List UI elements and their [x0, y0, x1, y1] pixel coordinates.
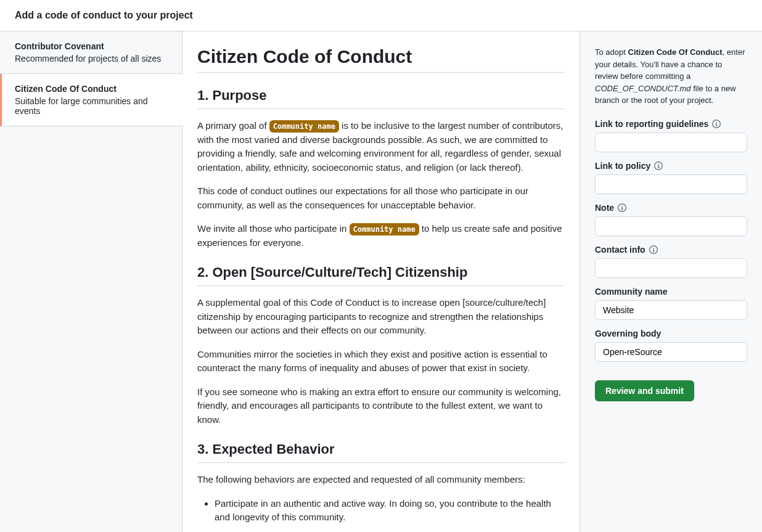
heading-citizenship: 2. Open [Source/Culture/Tech] Citizenshi…: [197, 264, 565, 286]
input-note[interactable]: [595, 216, 747, 236]
label-reporting: Link to reporting guidelines: [595, 119, 747, 129]
form-intro: To adopt Citizen Code Of Conduct, enter …: [595, 46, 747, 107]
input-community[interactable]: [595, 300, 747, 320]
paragraph: Communities mirror the societies in whic…: [197, 348, 565, 375]
document-preview: Citizen Code of Conduct 1. Purpose A pri…: [182, 31, 580, 532]
form-group-note: Note: [595, 203, 747, 236]
info-icon[interactable]: [712, 120, 721, 128]
paragraph: The following behaviors are expected and…: [197, 473, 565, 487]
sidebar-item-citizen-coc[interactable]: Citizen Code Of Conduct Suitable for lar…: [0, 74, 182, 126]
paragraph: A supplemental goal of this Code of Cond…: [197, 296, 565, 338]
placeholder-community-name: Community name: [269, 120, 339, 133]
paragraph: If you see someone who is making an extr…: [197, 385, 565, 427]
paragraph: This code of conduct outlines our expect…: [197, 184, 565, 212]
info-icon[interactable]: [649, 245, 658, 254]
sidebar-item-title: Contributor Covenant: [15, 41, 167, 51]
list: Participate in an authentic and active w…: [197, 497, 565, 525]
form-group-policy: Link to policy: [595, 161, 747, 194]
placeholder-community-name: Community name: [350, 223, 419, 235]
heading-purpose: 1. Purpose: [197, 88, 565, 109]
input-contact[interactable]: [595, 258, 747, 278]
sidebar-item-title: Citizen Code Of Conduct: [15, 84, 168, 94]
label-contact: Contact info: [595, 245, 747, 255]
page-title: Add a code of conduct to your project: [0, 0, 762, 31]
review-submit-button[interactable]: Review and submit: [595, 380, 694, 401]
heading-expected: 3. Expected Behavior: [197, 441, 565, 463]
sidebar: Contributor Covenant Recommended for pro…: [0, 31, 182, 532]
form-group-community: Community name: [595, 287, 747, 320]
form-group-governing: Governing body: [595, 329, 747, 362]
input-reporting[interactable]: [595, 133, 747, 152]
sidebar-item-desc: Suitable for large communities and event…: [15, 96, 168, 116]
info-icon[interactable]: [654, 162, 663, 170]
input-policy[interactable]: [595, 174, 747, 194]
info-icon[interactable]: [618, 203, 626, 212]
list-item: Participate in an authentic and active w…: [215, 497, 565, 525]
layout: Contributor Covenant Recommended for pro…: [0, 31, 762, 532]
input-governing[interactable]: [595, 342, 747, 362]
label-note: Note: [595, 203, 747, 213]
form-group-contact: Contact info: [595, 245, 747, 278]
paragraph: We invite all those who participate in C…: [197, 222, 565, 250]
doc-title: Citizen Code of Conduct: [197, 46, 565, 73]
sidebar-item-desc: Recommended for projects of all sizes: [15, 54, 167, 63]
form-group-reporting: Link to reporting guidelines: [595, 119, 747, 152]
label-community: Community name: [595, 287, 747, 297]
label-governing: Governing body: [595, 329, 747, 338]
label-policy: Link to policy: [595, 161, 747, 171]
form-panel: To adopt Citizen Code Of Conduct, enter …: [580, 31, 762, 532]
sidebar-item-contributor-covenant[interactable]: Contributor Covenant Recommended for pro…: [0, 31, 182, 74]
paragraph: A primary goal of Community name is to b…: [197, 119, 565, 174]
